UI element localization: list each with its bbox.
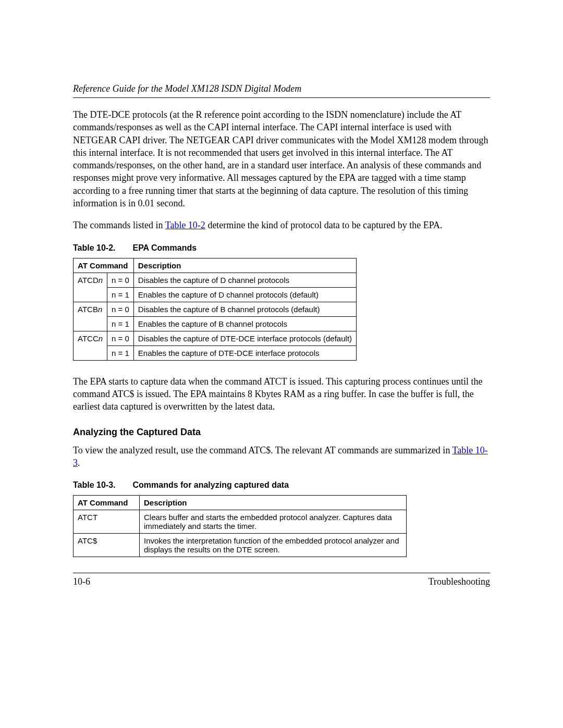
table-header-row: AT Command Description	[74, 496, 407, 510]
body-paragraph: The DTE-DCE protocols (at the R referenc…	[73, 108, 490, 209]
page-number: 10-6	[73, 576, 90, 587]
document-page: Reference Guide for the Model XM128 ISDN…	[0, 0, 563, 728]
footer-chapter: Troubleshooting	[429, 576, 490, 587]
text-run: n	[99, 334, 103, 343]
table-caption: Table 10-2. EPA Commands	[73, 243, 490, 253]
table-caption: Table 10-3. Commands for analyzing captu…	[73, 480, 490, 490]
cell: n = 0	[107, 273, 134, 287]
body-paragraph: The commands listed in Table 10-2 determ…	[73, 219, 490, 231]
table-row: ATCT Clears buffer and starts the embedd…	[74, 510, 407, 534]
col-header: AT Command	[74, 496, 140, 510]
cell: Enables the capture of DTE-DCE interface…	[133, 346, 356, 360]
table-header-row: AT Command Description	[74, 258, 357, 273]
table-row: n = 1 Enables the capture of D channel p…	[74, 287, 357, 302]
cell: Disables the capture of DTE-DCE interfac…	[133, 331, 356, 346]
cell: Invokes the interpretation function of t…	[140, 534, 407, 557]
caption-label: Table 10-3.	[73, 480, 130, 490]
table-row: ATCDn n = 0 Disables the capture of D ch…	[74, 273, 357, 287]
text-run: ATCC	[78, 334, 99, 343]
cell: ATC$	[74, 534, 140, 557]
table-row: ATCCn n = 0 Disables the capture of DTE-…	[74, 331, 357, 346]
cell: n = 1	[107, 346, 134, 360]
section-heading: Analyzing the Captured Data	[73, 427, 490, 438]
body-paragraph: To view the analyzed result, use the com…	[73, 444, 490, 470]
cell: Enables the capture of D channel protoco…	[133, 287, 356, 302]
running-header: Reference Guide for the Model XM128 ISDN…	[73, 83, 490, 94]
col-header: Description	[133, 258, 356, 273]
cell: Enables the capture of B channel protoco…	[133, 316, 356, 331]
cell: Disables the capture of D channel protoc…	[133, 273, 356, 287]
table-row: ATCBn n = 0 Disables the capture of B ch…	[74, 302, 357, 316]
cell: ATCCn	[74, 331, 107, 360]
table-ref-link[interactable]: Table 10-2	[165, 220, 205, 230]
text-run: To view the analyzed result, use the com…	[73, 445, 452, 455]
text-run: ATCB	[78, 305, 98, 314]
footer-rule	[73, 573, 490, 573]
text-run: determine the kind of protocol data to b…	[205, 220, 443, 230]
cell: Disables the capture of B channel protoc…	[133, 302, 356, 316]
text-run: n	[98, 305, 102, 314]
cell: ATCBn	[74, 302, 107, 331]
caption-title: Commands for analyzing captured data	[132, 480, 289, 489]
text-run: ATCD	[78, 276, 99, 285]
epa-commands-table: AT Command Description ATCDn n = 0 Disab…	[73, 258, 357, 361]
table-row: n = 1 Enables the capture of B channel p…	[74, 316, 357, 331]
analyze-commands-table: AT Command Description ATCT Clears buffe…	[73, 495, 407, 557]
text-run: n	[99, 276, 103, 285]
page-footer: 10-6 Troubleshooting	[73, 576, 490, 587]
table-row: n = 1 Enables the capture of DTE-DCE int…	[74, 346, 357, 360]
table-row: ATC$ Invokes the interpretation function…	[74, 534, 407, 557]
caption-title: EPA Commands	[132, 243, 197, 252]
col-header: Description	[140, 496, 407, 510]
text-run: .	[78, 458, 80, 468]
text-run: The commands listed in	[73, 220, 165, 230]
col-header: AT Command	[74, 258, 134, 273]
caption-label: Table 10-2.	[73, 243, 130, 253]
cell: Clears buffer and starts the embedded pr…	[140, 510, 407, 534]
cell: n = 1	[107, 287, 134, 302]
header-rule	[73, 97, 490, 98]
cell: ATCT	[74, 510, 140, 534]
cell: n = 0	[107, 302, 134, 316]
cell: n = 0	[107, 331, 134, 346]
cell: n = 1	[107, 316, 134, 331]
cell: ATCDn	[74, 273, 107, 302]
body-paragraph: The EPA starts to capture data when the …	[73, 375, 490, 413]
